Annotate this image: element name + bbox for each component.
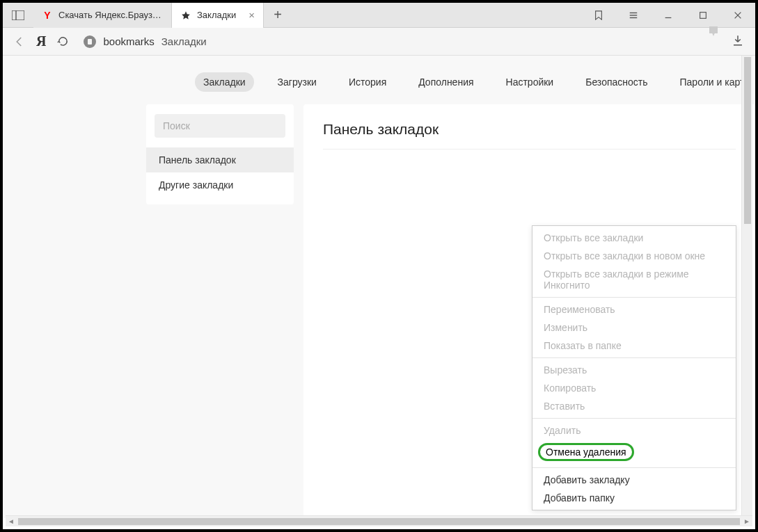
url-path: Закладки bbox=[161, 35, 207, 47]
sidebar-other-bookmarks[interactable]: Другие закладки bbox=[146, 172, 294, 198]
close-tab-icon[interactable]: × bbox=[248, 9, 255, 21]
scroll-thumb[interactable] bbox=[18, 518, 740, 525]
ctx-paste[interactable]: Вставить bbox=[532, 397, 736, 415]
separator bbox=[532, 418, 736, 419]
url-host: bookmarks bbox=[103, 35, 154, 47]
close-window-button[interactable] bbox=[720, 3, 755, 28]
ctx-show-in-folder[interactable]: Показать в папке bbox=[532, 337, 736, 355]
yandex-icon: Y bbox=[42, 10, 53, 21]
separator bbox=[532, 357, 736, 358]
star-icon bbox=[180, 10, 191, 21]
yandex-logo-icon[interactable]: Я bbox=[36, 33, 46, 49]
ctx-add-bookmark[interactable]: Добавить закладку bbox=[532, 471, 736, 489]
ctx-open-all-incognito[interactable]: Открыть все закладки в режиме Инкогнито bbox=[532, 265, 736, 294]
sidebar-bookmarks-bar[interactable]: Панель закладок bbox=[146, 147, 294, 172]
svg-rect-6 bbox=[700, 12, 706, 18]
bookmarks-sidebar: Поиск Панель закладок Другие закладки bbox=[146, 104, 294, 204]
sidebar-toggle-button[interactable] bbox=[3, 3, 33, 28]
ctx-delete[interactable]: Удалить bbox=[532, 421, 736, 440]
minimize-button[interactable] bbox=[651, 3, 686, 28]
ctx-open-all[interactable]: Открыть все закладки bbox=[532, 229, 736, 247]
tab-title: Скачать Яндекс.Браузер д bbox=[58, 10, 163, 20]
separator bbox=[532, 297, 736, 298]
topnav-downloads[interactable]: Загрузки bbox=[269, 72, 325, 92]
ctx-rename[interactable]: Переименовать bbox=[532, 300, 736, 319]
back-button[interactable] bbox=[10, 32, 29, 51]
tab-item[interactable]: Y Скачать Яндекс.Браузер д bbox=[33, 3, 172, 28]
horizontal-scrollbar[interactable]: ◄ ► bbox=[6, 515, 752, 526]
ctx-cut[interactable]: Вырезать bbox=[532, 361, 736, 379]
bookmarks-panel: Панель закладок Открыть все закладки Отк… bbox=[303, 104, 755, 518]
ctx-edit[interactable]: Изменить bbox=[532, 319, 736, 337]
maximize-button[interactable] bbox=[686, 3, 720, 28]
site-info-icon[interactable] bbox=[84, 35, 96, 48]
reload-button[interactable] bbox=[53, 32, 72, 51]
settings-topnav: Закладки Загрузки История Дополнения Нас… bbox=[170, 56, 755, 104]
page-content: Закладки Загрузки История Дополнения Нас… bbox=[3, 56, 755, 518]
menu-button[interactable] bbox=[616, 3, 651, 28]
ctx-open-all-new-window[interactable]: Открыть все закладки в новом окне bbox=[532, 247, 736, 265]
context-menu: Открыть все закладки Открыть все закладк… bbox=[532, 225, 736, 510]
topnav-bookmarks[interactable]: Закладки bbox=[195, 72, 254, 92]
panel-title: Панель закладок bbox=[323, 121, 736, 150]
ctx-undo-delete[interactable]: Отмена удаления bbox=[532, 440, 736, 465]
new-tab-button[interactable]: + bbox=[264, 3, 292, 28]
ctx-copy[interactable]: Копировать bbox=[532, 379, 736, 397]
window-titlebar: Y Скачать Яндекс.Браузер д Закладки × + bbox=[3, 3, 755, 28]
downloads-icon[interactable] bbox=[732, 34, 744, 49]
bookmark-ribbon-icon[interactable] bbox=[581, 3, 616, 28]
search-input[interactable]: Поиск bbox=[155, 114, 285, 138]
svg-rect-0 bbox=[12, 10, 24, 20]
url-field[interactable]: bookmarks Закладки bbox=[79, 35, 702, 48]
topnav-extensions[interactable]: Дополнения bbox=[410, 72, 482, 92]
topnav-settings[interactable]: Настройки bbox=[498, 72, 562, 92]
window-controls bbox=[581, 3, 755, 28]
ctx-add-folder[interactable]: Добавить папку bbox=[532, 489, 736, 507]
tab-title: Закладки bbox=[197, 10, 236, 20]
bookmark-page-icon[interactable] bbox=[709, 36, 719, 47]
topnav-security[interactable]: Безопасность bbox=[577, 72, 656, 92]
separator bbox=[532, 467, 736, 468]
scroll-right-icon[interactable]: ► bbox=[741, 517, 752, 525]
topnav-history[interactable]: История bbox=[340, 72, 395, 92]
address-bar: Я bookmarks Закладки bbox=[3, 28, 755, 56]
vertical-scrollbar[interactable] bbox=[741, 56, 752, 515]
scroll-left-icon[interactable]: ◄ bbox=[6, 517, 17, 525]
tab-strip: Y Скачать Яндекс.Браузер д Закладки × + bbox=[33, 3, 581, 28]
tab-item[interactable]: Закладки × bbox=[172, 3, 264, 28]
highlight-ring: Отмена удаления bbox=[538, 443, 634, 461]
